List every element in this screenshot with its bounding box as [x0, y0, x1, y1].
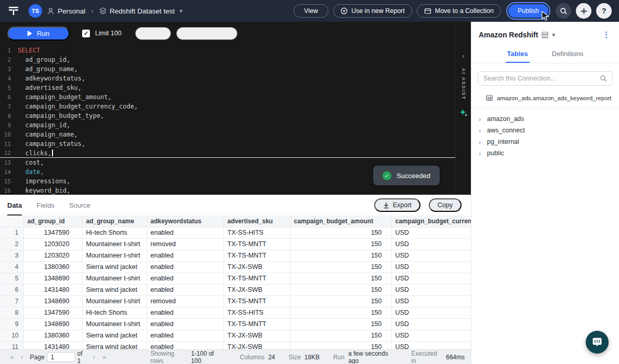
- table-row[interactable]: 71348690Mountaineer t-shirtremovedTX-TS-…: [0, 295, 471, 307]
- code-line-5[interactable]: 5 advertised_sku,: [0, 83, 455, 92]
- create-new-button[interactable]: [576, 3, 591, 19]
- table-cell[interactable]: USD: [391, 330, 471, 341]
- connection-chevron-down-icon[interactable]: ▾: [552, 31, 555, 38]
- table-cell[interactable]: 1347590: [23, 227, 82, 238]
- table-cell[interactable]: USD: [391, 238, 471, 250]
- table-cell[interactable]: Mountaineer t-shirt: [82, 273, 147, 284]
- code-line-6[interactable]: 6 campaign_budget_amount,: [0, 92, 455, 102]
- tab-source[interactable]: Source: [69, 195, 90, 215]
- table-cell[interactable]: USD: [391, 284, 471, 295]
- code-line-3[interactable]: 3 ad_group_name,: [0, 64, 455, 74]
- table-cell[interactable]: 150: [290, 284, 391, 295]
- column-header-ad_group_name[interactable]: ad_group_name: [82, 215, 147, 227]
- table-cell[interactable]: 1380360: [23, 261, 82, 273]
- table-cell[interactable]: Mountaineer t-shirt: [82, 250, 147, 261]
- run-button[interactable]: Run: [7, 26, 70, 41]
- table-cell[interactable]: 1203020: [23, 238, 82, 250]
- help-button[interactable]: ?: [596, 3, 612, 19]
- table-cell[interactable]: 150: [290, 227, 391, 238]
- code-line-7[interactable]: 7 campaign_budget_currency_code,: [0, 102, 455, 111]
- table-cell[interactable]: 150: [290, 273, 391, 284]
- table-cell[interactable]: enabled: [147, 273, 223, 284]
- connection-menu-icon[interactable]: ⋮: [601, 30, 612, 39]
- table-cell[interactable]: TX-JX-SWB: [223, 341, 290, 349]
- publish-button[interactable]: Publish: [508, 4, 548, 18]
- table-cell[interactable]: 1348690: [23, 295, 82, 307]
- table-cell[interactable]: 150: [290, 318, 391, 330]
- table-row[interactable]: 51348690Mountaineer t-shirtenabledTX-TS-…: [0, 273, 471, 284]
- user-avatar[interactable]: TS: [29, 4, 42, 18]
- table-cell[interactable]: 150: [290, 295, 391, 307]
- table-cell[interactable]: 150: [290, 330, 391, 341]
- table-cell[interactable]: Hi-tech Shorts: [82, 227, 147, 238]
- table-row[interactable]: 31203020Mountaineer t-shirtenabledTX-TS-…: [0, 250, 471, 261]
- page-number-input[interactable]: [47, 352, 75, 362]
- export-button[interactable]: Export: [374, 198, 420, 212]
- chevron-right-icon[interactable]: ›: [479, 127, 482, 134]
- table-cell[interactable]: TX-TS-MNTT: [223, 250, 290, 261]
- table-cell[interactable]: USD: [391, 250, 471, 261]
- table-cell[interactable]: 1348690: [23, 273, 82, 284]
- table-cell[interactable]: TX-TS-MNTT: [223, 273, 290, 284]
- table-row[interactable]: 61431480Sierra wind jacketenabledTX-JX-S…: [0, 284, 471, 295]
- next-page-button[interactable]: ›: [89, 353, 99, 361]
- connection-title[interactable]: Amazon Redshift: [479, 31, 538, 39]
- table-row[interactable]: 101380360Sierra wind jacketenabledTX-JX-…: [0, 330, 471, 341]
- table-cell[interactable]: 1431480: [23, 341, 82, 349]
- limit-checkbox[interactable]: ✓: [82, 30, 90, 37]
- table-cell[interactable]: TX-TS-MNTT: [223, 238, 290, 250]
- schema-item-pg_internal[interactable]: ›pg_internal: [471, 136, 619, 147]
- format-button[interactable]: Format: [135, 27, 172, 40]
- app-logo-icon[interactable]: [7, 5, 20, 17]
- breadcrumb-document[interactable]: Redshift Dataset test: [99, 7, 175, 15]
- table-cell[interactable]: 1203020: [23, 250, 82, 261]
- chevron-right-icon[interactable]: ›: [479, 150, 482, 157]
- collapse-panel-icon[interactable]: ‹: [462, 52, 464, 60]
- breadcrumb-workspace[interactable]: Personal: [47, 7, 85, 15]
- use-in-new-report-button[interactable]: Use in new Report: [333, 4, 412, 18]
- code-line-8[interactable]: 8 campaign_budget_type,: [0, 111, 455, 120]
- table-cell[interactable]: enabled: [147, 341, 223, 349]
- table-cell[interactable]: Sierra wind jacket: [82, 341, 147, 349]
- table-cell[interactable]: USD: [391, 295, 471, 307]
- column-header-advertised_sku[interactable]: advertised_sku: [223, 215, 290, 227]
- table-cell[interactable]: enabled: [147, 227, 223, 238]
- table-row[interactable]: 21203020Mountaineer t-shirtremovedTX-TS-…: [0, 238, 471, 250]
- column-header-adkeywordstatus[interactable]: adkeywordstatus: [147, 215, 223, 227]
- code-line-16[interactable]: 16 keyword_bid,: [0, 186, 455, 195]
- schema-item-aws_connect[interactable]: ›aws_connect: [471, 125, 619, 136]
- table-cell[interactable]: enabled: [147, 307, 223, 318]
- code-line-11[interactable]: 11 campaign_status,: [0, 139, 455, 149]
- column-header-campaign_budget_amount[interactable]: campaign_budget_amount: [290, 215, 391, 227]
- table-cell[interactable]: removed: [147, 238, 223, 250]
- table-cell[interactable]: Mountaineer t-shirt: [82, 318, 147, 330]
- table-cell[interactable]: enabled: [147, 284, 223, 295]
- table-cell[interactable]: 1431480: [23, 284, 82, 295]
- table-cell[interactable]: 1380360: [23, 330, 82, 341]
- table-cell[interactable]: USD: [391, 227, 471, 238]
- table-cell[interactable]: TX-TS-MNTT: [223, 318, 290, 330]
- column-header-campaign_budget_currency_code[interactable]: campaign_budget_currency_code: [391, 215, 471, 227]
- table-item[interactable]: amazon_ads.amazon_ads_keyword_report: [471, 91, 619, 108]
- table-cell[interactable]: 150: [290, 307, 391, 318]
- table-cell[interactable]: Sierra wind jacket: [82, 284, 147, 295]
- table-row[interactable]: 11347590Hi-tech ShortsenabledTX-SS-HITS1…: [0, 227, 471, 238]
- prev-page-button[interactable]: ‹: [17, 353, 27, 361]
- tab-tables[interactable]: Tables: [506, 45, 530, 63]
- table-cell[interactable]: USD: [391, 273, 471, 284]
- table-cell[interactable]: Mountaineer t-shirt: [82, 295, 147, 307]
- table-cell[interactable]: 150: [290, 250, 391, 261]
- tab-definitions[interactable]: Definitions: [550, 45, 585, 63]
- search-button[interactable]: [556, 3, 571, 19]
- tab-data[interactable]: Data: [7, 195, 22, 215]
- table-cell[interactable]: TX-JX-SWB: [223, 330, 290, 341]
- table-cell[interactable]: USD: [391, 307, 471, 318]
- schema-item-public[interactable]: ›public: [471, 147, 619, 159]
- table-row[interactable]: 81347590Hi-tech ShortsenabledTX-SS-HITS1…: [0, 307, 471, 318]
- table-cell[interactable]: TX-SS-HITS: [223, 307, 290, 318]
- tab-fields[interactable]: Fields: [36, 195, 55, 215]
- table-cell[interactable]: USD: [391, 341, 471, 349]
- table-cell[interactable]: enabled: [147, 250, 223, 261]
- title-chevron-down-icon[interactable]: ▾: [179, 7, 182, 15]
- table-row[interactable]: 111431480Sierra wind jacketenabledTX-JX-…: [0, 341, 471, 349]
